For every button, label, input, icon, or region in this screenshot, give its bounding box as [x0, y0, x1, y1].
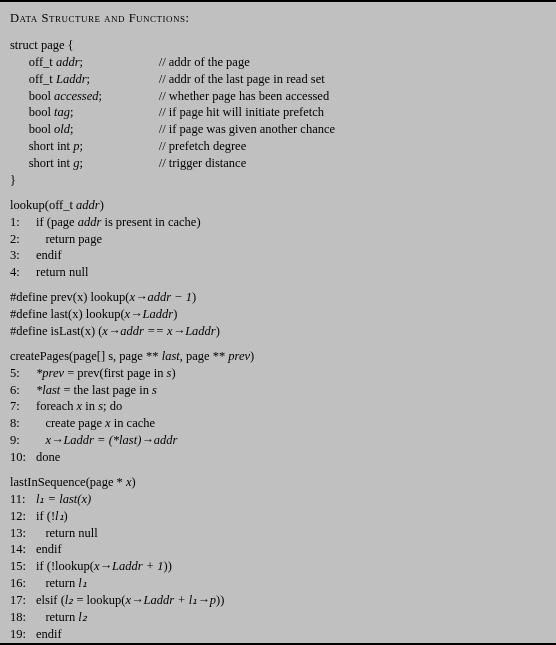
struct-field: bool tag;// if page hit will initiate pr…	[10, 104, 546, 121]
lis-12: 12:if (!l₁)	[10, 508, 546, 525]
lis-13: 13: return null	[10, 525, 546, 542]
lis-18: 18: return l₂	[10, 609, 546, 626]
define-islast: #define isLast(x) (x→addr == x→Laddr)	[10, 323, 546, 340]
lis-11: 11:l₁ = last(x)	[10, 491, 546, 508]
lookup-3: 3:endif	[10, 247, 546, 264]
struct-field: bool accessed;// whether page has been a…	[10, 88, 546, 105]
lookup-2: 2: return page	[10, 231, 546, 248]
cp-9: 9: x→Laddr = (*last)→addr	[10, 432, 546, 449]
struct-open: struct page {	[10, 37, 546, 54]
struct-field: bool old;// if page was given another ch…	[10, 121, 546, 138]
cp-8: 8: create page x in cache	[10, 415, 546, 432]
section-title: Data Structure and Functions:	[10, 10, 546, 27]
lookup-sig: lookup(off_t addr)	[10, 197, 546, 214]
lis-17: 17:elsif (l₂ = lookup(x→Laddr + l₁→p))	[10, 592, 546, 609]
struct-close: }	[10, 172, 546, 189]
createpages-sig: createPages(page[] s, page ** last, page…	[10, 348, 546, 365]
lookup-4: 4:return null	[10, 264, 546, 281]
lis-16: 16: return l₁	[10, 575, 546, 592]
struct-field: off_t addr;// addr of the page	[10, 54, 546, 71]
cp-7: 7:foreach x in s; do	[10, 398, 546, 415]
cp-6: 6:*last = the last page in s	[10, 382, 546, 399]
cp-5: 5:*prev = prev(first page in s)	[10, 365, 546, 382]
struct-field: short int p;// prefetch degree	[10, 138, 546, 155]
lis-14: 14:endif	[10, 541, 546, 558]
struct-field: short int g;// trigger distance	[10, 155, 546, 172]
lookup-1: 1:if (page addr is present in cache)	[10, 214, 546, 231]
lis-15: 15:if (!lookup(x→Laddr + 1))	[10, 558, 546, 575]
define-prev: #define prev(x) lookup(x→addr − 1)	[10, 289, 546, 306]
define-last: #define last(x) lookup(x→Laddr)	[10, 306, 546, 323]
cp-10: 10:done	[10, 449, 546, 466]
lis-sig: lastInSequence(page * x)	[10, 474, 546, 491]
lis-19: 19:endif	[10, 626, 546, 643]
struct-field: off_t Laddr;// addr of the last page in …	[10, 71, 546, 88]
